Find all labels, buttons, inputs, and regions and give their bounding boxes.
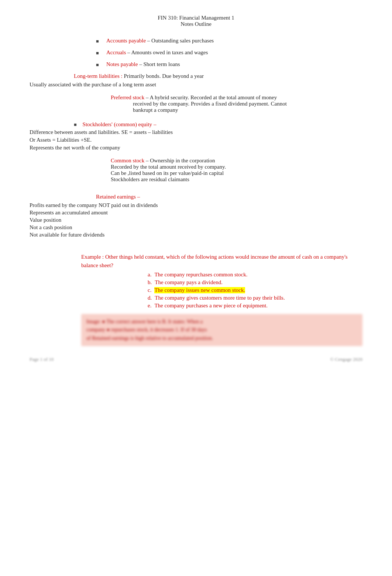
item-text-b: The company pays a dividend. xyxy=(155,279,223,286)
retained-earnings-section: Retained earnings – xyxy=(96,194,362,200)
example-intro: Example : Other things held constant, wh… xyxy=(81,253,362,269)
item-letter: d. xyxy=(148,295,152,301)
blurred-line3: of Retained earnings is high relative to… xyxy=(86,334,357,342)
list-item: a. The company repurchases common stock. xyxy=(148,272,362,278)
long-term-term: Long-term liabilities : xyxy=(74,73,123,79)
page-header: FIN 310: Financial Management 1 Notes Ou… xyxy=(30,15,362,27)
example-intro-text: Example : Other things held constant, wh… xyxy=(81,254,348,268)
blurred-section: Image: ● The correct answer here is B. I… xyxy=(81,314,362,346)
example-list: a. The company repurchases common stock.… xyxy=(148,272,362,309)
retained-line5: Not available for future dividends xyxy=(30,232,362,238)
footer-right: © Cengage 2020 xyxy=(330,356,362,362)
notes-payable-desc: – Short term loans xyxy=(139,61,180,67)
item-letter: e. xyxy=(148,303,151,309)
bullet-text: Accounts payable – Outstanding sales pur… xyxy=(106,38,214,44)
term-retained-earnings: Retained earnings xyxy=(96,194,136,200)
common-stock-line2: Recorded by the total amount received by… xyxy=(111,164,362,170)
bullet-char: ■ xyxy=(96,50,102,56)
bullet-char: ■ xyxy=(74,122,77,127)
preferred-stock-desc1: A hybrid security. Recorded at the total… xyxy=(149,94,277,100)
term-stockholders: Stockholders' (common) equity xyxy=(83,121,152,127)
list-item: e. The company purchases a new piece of … xyxy=(148,303,362,309)
item-letter: b. xyxy=(148,279,152,286)
retained-line4: Not a cash position xyxy=(30,224,362,231)
preferred-stock-section: Preferred stock – A hybrid security. Rec… xyxy=(111,94,362,113)
term-common-stock: Common stock xyxy=(111,158,144,163)
bullet-char: ■ xyxy=(96,62,102,68)
common-stock-line1: Common stock – Ownership in the corporat… xyxy=(111,158,362,164)
term-accounts-payable: Accounts payable xyxy=(106,38,146,44)
accruals-desc: – Amounts owed in taxes and wages xyxy=(127,49,208,55)
term-notes-payable: Notes payable xyxy=(106,61,138,67)
footer-left: Page 1 of 10 xyxy=(30,356,54,362)
long-term-sub: Usually associated with the purchase of … xyxy=(30,82,362,88)
stockholders-line2: Or Assets = Liabilities +SE. xyxy=(30,137,362,143)
preferred-stock-line1: Preferred stock – A hybrid security. Rec… xyxy=(111,94,362,101)
term-accruals: Accruals xyxy=(106,49,126,55)
page-footer: Page 1 of 10 © Cengage 2020 xyxy=(30,356,362,362)
header-line1: FIN 310: Financial Management 1 xyxy=(30,15,362,21)
list-item: d. The company gives customers more time… xyxy=(148,295,362,301)
preferred-stock-line2: received by the company. Provides a fixe… xyxy=(133,101,362,107)
long-term-liabilities: Long-term liabilities : Primarily bonds.… xyxy=(74,73,362,79)
blurred-line1: Image: ● The correct answer here is B. I… xyxy=(86,318,357,326)
common-stock-line3: Can be ,listed based on its per value/pa… xyxy=(111,170,362,176)
bullet-char: ■ xyxy=(96,38,102,44)
stockholders-section: ■ Stockholders' (common) equity – xyxy=(74,121,362,128)
stockholders-line1: Difference between assets and liabilitie… xyxy=(30,129,362,135)
common-stock-section: Common stock – Ownership in the corporat… xyxy=(111,158,362,183)
bullet-list: ■ Accounts payable – Outstanding sales p… xyxy=(96,38,362,68)
blurred-line2: company ● repurchases stock, it decrease… xyxy=(86,326,357,334)
item-text-d: The company gives customers more time to… xyxy=(155,295,285,301)
common-stock-line4: Stockholders are residual claimants xyxy=(111,176,362,183)
example-section: Example : Other things held constant, wh… xyxy=(81,253,362,309)
item-letter: c. xyxy=(148,287,151,293)
common-stock-desc1: Ownership in the corporation xyxy=(150,158,215,163)
bullet-text: Notes payable – Short term loans xyxy=(106,61,180,68)
list-item: ■ Notes payable – Short term loans xyxy=(96,61,362,68)
retained-line2: Represents an accumulated amount xyxy=(30,210,362,216)
list-item: c. The company issues new common stock. xyxy=(148,287,362,293)
long-term-desc: Primarily bonds. Due beyond a year xyxy=(124,73,204,79)
item-text-c: The company issues new common stock. xyxy=(154,287,245,293)
retained-line3: Value position xyxy=(30,217,362,223)
item-letter: a. xyxy=(148,272,151,278)
item-text-a: The company repurchases common stock. xyxy=(154,272,247,278)
stockholders-line3: Represents the net worth of the company xyxy=(30,145,362,151)
accounts-payable-desc: – Outstanding sales purchases xyxy=(147,38,214,44)
bullet-text: Accruals – Amounts owed in taxes and wag… xyxy=(106,49,208,56)
header-line2: Notes Outline xyxy=(30,21,362,27)
list-item: b. The company pays a dividend. xyxy=(148,279,362,286)
retained-line1: Profits earned by the company NOT paid o… xyxy=(30,202,362,208)
preferred-stock-line3: bankrupt a company xyxy=(133,107,362,113)
item-text-e: The company purchases a new piece of equ… xyxy=(154,303,268,309)
list-item: ■ Accruals – Amounts owed in taxes and w… xyxy=(96,49,362,56)
list-item: ■ Accounts payable – Outstanding sales p… xyxy=(96,38,362,44)
term-preferred-stock: Preferred stock xyxy=(111,94,144,100)
